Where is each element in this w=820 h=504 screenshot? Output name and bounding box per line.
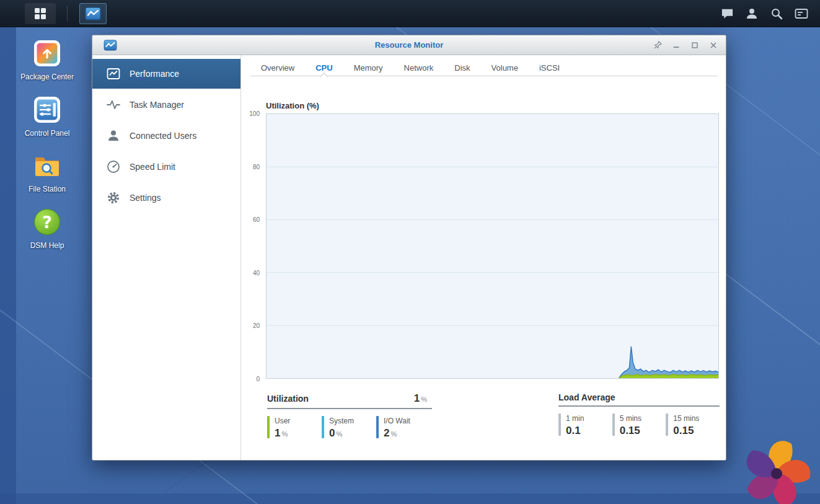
minimize-button[interactable] xyxy=(670,39,682,51)
resource-monitor-window: Resource Monitor xyxy=(92,35,726,461)
load-item-15mins: 15 mins 0.15 xyxy=(666,413,720,437)
sidebar-item-performance[interactable]: Performance xyxy=(92,59,240,89)
chat-button[interactable] xyxy=(715,0,739,27)
utilization-stats: Utilization 1% User 1% xyxy=(267,392,432,440)
main-content: Overview CPU Memory Network Disk Volume … xyxy=(241,55,726,460)
tab-bar: Overview CPU Memory Network Disk Volume … xyxy=(250,60,718,76)
cpu-chart-svg xyxy=(267,114,718,378)
pin-button[interactable] xyxy=(651,39,664,51)
tab-iscsi[interactable]: iSCSI xyxy=(529,60,570,76)
app-launcher-button[interactable] xyxy=(25,3,56,24)
load-color-bar xyxy=(612,413,615,436)
desktop-icon-dsm-help[interactable]: ? DSM Help xyxy=(16,207,78,251)
legend-item-user: User 1% xyxy=(267,416,322,440)
load-color-bar xyxy=(558,413,561,436)
connected-users-icon xyxy=(106,128,121,143)
load-average-stats: Load Average 1 min 0.1 5 mins xyxy=(558,392,720,437)
legend-color-bar xyxy=(322,416,324,438)
tab-volume[interactable]: Volume xyxy=(481,60,529,76)
resource-monitor-icon xyxy=(85,7,101,20)
load-label: 15 mins xyxy=(673,414,699,423)
load-average-label: Load Average xyxy=(558,392,615,402)
legend-label: User xyxy=(275,417,290,425)
package-center-icon xyxy=(32,38,62,68)
cpu-chart xyxy=(266,113,719,379)
legend-item-io-wait: I/O Wait 2% xyxy=(376,416,431,440)
user-icon xyxy=(746,7,758,20)
chart-title: Utilization (%) xyxy=(266,101,319,110)
legend-value: 2% xyxy=(384,427,410,440)
load-item-5mins: 5 mins 0.15 xyxy=(612,413,666,437)
maximize-button[interactable] xyxy=(689,39,701,51)
utilization-label: Utilization xyxy=(267,394,309,404)
load-average-items: 1 min 0.1 5 mins 0.15 xyxy=(558,413,720,437)
utilization-value: 1% xyxy=(414,392,427,405)
sidebar-item-label: Speed Limit xyxy=(130,162,175,172)
window-title: Resource Monitor xyxy=(92,40,726,50)
load-label: 1 min xyxy=(566,414,584,423)
sidebar-item-task-manager[interactable]: Task Manager xyxy=(92,90,240,120)
tab-disk[interactable]: Disk xyxy=(444,60,480,76)
speed-limit-icon xyxy=(106,159,121,174)
legend-color-bar xyxy=(376,416,379,438)
window-controls xyxy=(651,39,720,51)
taskbar-divider xyxy=(67,6,68,22)
desktop-icon-label: File Station xyxy=(29,185,66,195)
desktop-icon-file-station[interactable]: File Station xyxy=(16,151,78,195)
task-manager-icon xyxy=(106,97,121,112)
legend-value: 0% xyxy=(329,427,354,440)
sidebar-item-speed-limit[interactable]: Speed Limit xyxy=(92,152,240,182)
y-tick-label: 20 xyxy=(253,322,260,329)
desktop-icon-label: Package Center xyxy=(20,73,74,82)
sidebar-item-label: Performance xyxy=(130,69,179,79)
load-color-bar xyxy=(666,413,668,436)
sidebar-item-connected-users[interactable]: Connected Users xyxy=(92,121,240,151)
legend-label: I/O Wait xyxy=(384,417,410,425)
tab-overview[interactable]: Overview xyxy=(250,60,305,76)
load-label: 5 mins xyxy=(620,414,641,423)
legend-value: 1% xyxy=(275,427,290,440)
desktop-icon-control-panel[interactable]: Control Panel xyxy=(16,95,78,139)
sidebar-item-label: Connected Users xyxy=(130,131,196,141)
legend-label: System xyxy=(329,417,354,425)
desktop-icon-package-center[interactable]: Package Center xyxy=(16,38,78,82)
sidebar: Performance Task Manager Connected Users xyxy=(92,55,241,460)
chat-icon xyxy=(721,7,734,20)
load-value: 0.15 xyxy=(620,425,641,437)
legend-item-system: System 0% xyxy=(322,416,376,440)
search-icon xyxy=(770,7,783,20)
window-body: Performance Task Manager Connected Users xyxy=(92,55,726,460)
taskbar-resource-monitor-button[interactable] xyxy=(79,3,107,24)
kitguru-logo xyxy=(730,425,820,504)
control-panel-icon xyxy=(32,95,62,125)
tab-network[interactable]: Network xyxy=(394,60,444,76)
widgets-button[interactable] xyxy=(789,0,814,27)
performance-icon xyxy=(106,66,121,81)
y-tick-label: 40 xyxy=(253,270,260,276)
load-item-1min: 1 min 0.1 xyxy=(558,413,612,437)
app-launcher-icon xyxy=(33,7,47,20)
load-value: 0.1 xyxy=(566,425,584,437)
tab-cpu[interactable]: CPU xyxy=(305,60,343,76)
window-titlebar[interactable]: Resource Monitor xyxy=(92,35,726,55)
widgets-icon xyxy=(795,7,808,20)
taskbar xyxy=(0,0,820,27)
settings-icon xyxy=(106,190,121,205)
desktop-icon-label: DSM Help xyxy=(30,241,64,251)
load-value: 0.15 xyxy=(673,425,699,437)
close-button[interactable] xyxy=(707,39,720,51)
desktop-icon-label: Control Panel xyxy=(25,129,70,139)
desktop-icon-list: Package Center Control Panel File Statio… xyxy=(16,38,78,250)
sidebar-item-label: Task Manager xyxy=(130,100,184,110)
resource-monitor-icon xyxy=(104,40,117,51)
dsm-help-icon: ? xyxy=(32,207,62,237)
tab-memory[interactable]: Memory xyxy=(343,60,394,76)
file-station-icon xyxy=(32,151,62,180)
legend-color-bar xyxy=(267,416,270,438)
y-tick-label: 0 xyxy=(256,376,260,382)
sidebar-item-label: Settings xyxy=(130,193,161,203)
search-button[interactable] xyxy=(764,0,789,27)
y-tick-label: 60 xyxy=(253,216,260,223)
user-button[interactable] xyxy=(739,0,764,27)
sidebar-item-settings[interactable]: Settings xyxy=(92,183,240,213)
